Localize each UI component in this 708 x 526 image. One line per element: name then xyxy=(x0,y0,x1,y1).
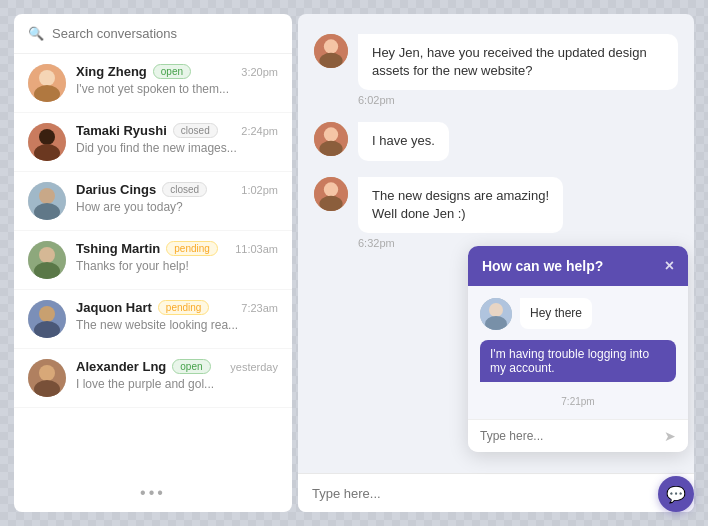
chat-icon: 💬 xyxy=(666,485,686,504)
help-message-row: I'm having trouble logging into my accou… xyxy=(480,340,676,382)
conversation-time: 7:23am xyxy=(241,302,278,314)
conversation-header: Tshing Martin pending 11:03am xyxy=(76,241,278,256)
contact-name: Jaquon Hart xyxy=(76,300,152,315)
message-bubble: I have yes. xyxy=(358,122,449,160)
message-row: The new designs are amazing! Well done J… xyxy=(314,177,678,249)
status-badge: pending xyxy=(158,300,210,315)
more-button[interactable]: ••• xyxy=(14,474,292,512)
help-message-content: I'm having trouble logging into my accou… xyxy=(480,340,676,382)
svg-point-4 xyxy=(39,129,55,145)
conversation-list: Xing Zheng open 3:20pm I've not yet spok… xyxy=(14,54,292,474)
svg-point-25 xyxy=(324,182,338,196)
status-badge: open xyxy=(153,64,191,79)
message-bubble: The new designs are amazing! Well done J… xyxy=(358,177,563,233)
conversation-preview: Thanks for your help! xyxy=(76,259,278,273)
svg-point-19 xyxy=(324,39,338,53)
conversation-preview: How are you today? xyxy=(76,200,278,214)
send-icon[interactable]: ➤ xyxy=(664,428,676,444)
message-bubble: Hey Jen, have you received the updated d… xyxy=(358,34,678,90)
conversation-item[interactable]: Alexander Lng open yesterday I love the … xyxy=(14,349,292,408)
svg-point-10 xyxy=(39,247,55,263)
conversation-sidebar: 🔍 Xing Zheng open 3:20pm I've not yet sp… xyxy=(14,14,292,512)
status-badge: pending xyxy=(166,241,218,256)
help-message-time: 7:21pm xyxy=(480,396,676,407)
contact-name: Xing Zheng xyxy=(76,64,147,79)
help-widget: How can we help? × Hey there I'm having … xyxy=(468,246,688,452)
status-badge: closed xyxy=(162,182,207,197)
status-badge: open xyxy=(172,359,210,374)
conversation-time: 1:02pm xyxy=(241,184,278,196)
message-content: The new designs are amazing! Well done J… xyxy=(358,177,563,249)
conversation-info: Alexander Lng open yesterday I love the … xyxy=(76,359,278,391)
conversation-time: 11:03am xyxy=(235,243,278,255)
message-row: Hey Jen, have you received the updated d… xyxy=(314,34,678,106)
conversation-header: Jaquon Hart pending 7:23am xyxy=(76,300,278,315)
contact-name: Alexander Lng xyxy=(76,359,166,374)
help-agent-avatar xyxy=(480,298,512,330)
conversation-time: 2:24pm xyxy=(241,125,278,137)
help-message-content: Hey there xyxy=(520,298,592,329)
message-time: 6:02pm xyxy=(358,94,678,106)
help-input-area: ➤ xyxy=(468,419,688,452)
conversation-item[interactable]: Tshing Martin pending 11:03am Thanks for… xyxy=(14,231,292,290)
chat-input[interactable] xyxy=(312,486,680,501)
conversation-info: Tshing Martin pending 11:03am Thanks for… xyxy=(76,241,278,273)
svg-point-13 xyxy=(39,306,55,322)
conversation-header: Alexander Lng open yesterday xyxy=(76,359,278,374)
svg-point-16 xyxy=(39,365,55,381)
conversation-item[interactable]: Jaquon Hart pending 7:23am The new websi… xyxy=(14,290,292,349)
help-messages: Hey there I'm having trouble logging int… xyxy=(468,286,688,419)
avatar xyxy=(28,182,66,220)
conversation-info: Jaquon Hart pending 7:23am The new websi… xyxy=(76,300,278,332)
sender-avatar xyxy=(314,34,348,68)
search-input[interactable] xyxy=(52,26,278,41)
chat-input-area xyxy=(298,473,694,512)
message-row: I have yes. xyxy=(314,122,678,160)
conversation-preview: The new website looking rea... xyxy=(76,318,278,332)
contact-name: Tshing Martin xyxy=(76,241,160,256)
conversation-time: yesterday xyxy=(230,361,278,373)
status-badge: closed xyxy=(173,123,218,138)
svg-point-22 xyxy=(324,128,338,142)
conversation-item[interactable]: Darius Cings closed 1:02pm How are you t… xyxy=(14,172,292,231)
conversation-preview: I've not yet spoken to them... xyxy=(76,82,278,96)
avatar xyxy=(28,241,66,279)
avatar xyxy=(28,64,66,102)
conversation-time: 3:20pm xyxy=(241,66,278,78)
avatar xyxy=(28,359,66,397)
help-user-bubble: I'm having trouble logging into my accou… xyxy=(480,340,676,382)
help-title: How can we help? xyxy=(482,258,603,274)
svg-point-1 xyxy=(39,70,55,86)
avatar xyxy=(28,300,66,338)
sender-avatar xyxy=(314,122,348,156)
contact-name: Tamaki Ryushi xyxy=(76,123,167,138)
chat-area: Hey Jen, have you received the updated d… xyxy=(298,14,694,512)
help-widget-header: How can we help? × xyxy=(468,246,688,286)
conversation-header: Tamaki Ryushi closed 2:24pm xyxy=(76,123,278,138)
svg-point-7 xyxy=(39,188,55,204)
fab-button[interactable]: 💬 xyxy=(658,476,694,512)
conversation-preview: Did you find the new images... xyxy=(76,141,278,155)
search-bar: 🔍 xyxy=(14,14,292,54)
contact-name: Darius Cings xyxy=(76,182,156,197)
message-content: Hey Jen, have you received the updated d… xyxy=(358,34,678,106)
conversation-preview: I love the purple and gol... xyxy=(76,377,278,391)
conversation-header: Xing Zheng open 3:20pm xyxy=(76,64,278,79)
help-bubble: Hey there xyxy=(520,298,592,329)
conversation-header: Darius Cings closed 1:02pm xyxy=(76,182,278,197)
help-input[interactable] xyxy=(480,429,664,443)
sender-avatar xyxy=(314,177,348,211)
avatar xyxy=(28,123,66,161)
conversation-info: Xing Zheng open 3:20pm I've not yet spok… xyxy=(76,64,278,96)
search-icon: 🔍 xyxy=(28,26,44,41)
help-message-row: Hey there xyxy=(480,298,676,330)
conversation-info: Darius Cings closed 1:02pm How are you t… xyxy=(76,182,278,214)
close-icon[interactable]: × xyxy=(665,258,674,274)
message-content: I have yes. xyxy=(358,122,449,160)
svg-point-28 xyxy=(489,303,503,317)
conversation-item[interactable]: Tamaki Ryushi closed 2:24pm Did you find… xyxy=(14,113,292,172)
conversation-info: Tamaki Ryushi closed 2:24pm Did you find… xyxy=(76,123,278,155)
conversation-item[interactable]: Xing Zheng open 3:20pm I've not yet spok… xyxy=(14,54,292,113)
